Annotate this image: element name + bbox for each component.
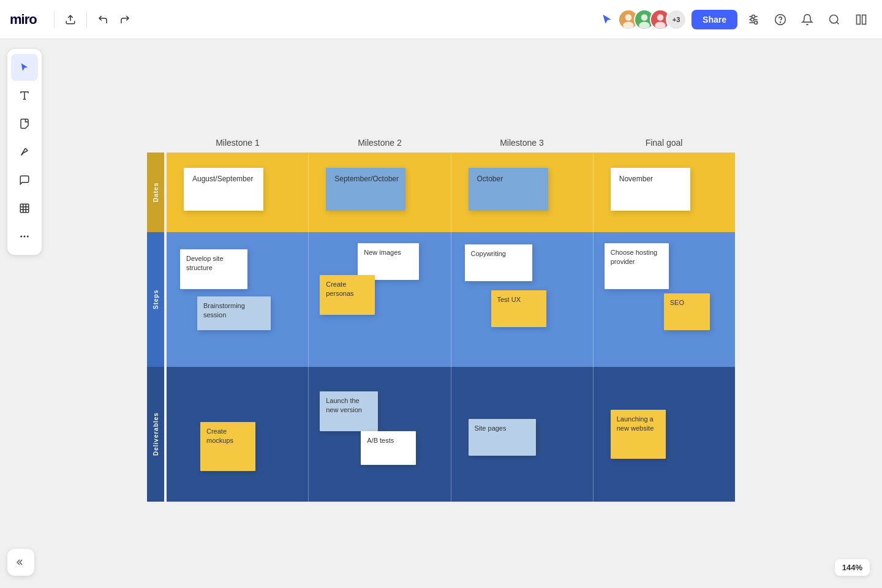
step-card-images[interactable]: New images — [358, 243, 419, 280]
deliverables-section: Deliverables Create mockups Launch the n… — [147, 367, 735, 502]
deliverables-row-label: Deliverables — [147, 367, 164, 502]
step-card-develop[interactable]: Develop site structure — [180, 249, 247, 289]
text-tool[interactable] — [11, 82, 38, 109]
svg-point-9 — [655, 21, 666, 29]
dates-cell-0: August/September — [167, 153, 308, 232]
svg-line-22 — [837, 21, 839, 24]
steps-cell-2: Copywriting Test UX — [451, 232, 593, 367]
svg-point-2 — [625, 14, 632, 21]
more-tools[interactable] — [11, 223, 38, 250]
search-icon[interactable] — [823, 9, 845, 31]
svg-rect-23 — [857, 15, 861, 24]
svg-point-3 — [623, 21, 634, 29]
svg-rect-24 — [862, 15, 866, 24]
svg-point-36 — [27, 236, 29, 238]
deliverables-cell-2: Site pages — [451, 367, 593, 502]
board: Milestone 1 Milestone 2 Milestone 3 Fina… — [147, 138, 735, 502]
step-card-copywriting[interactable]: Copywriting — [465, 244, 532, 281]
svg-point-35 — [24, 236, 26, 238]
svg-point-5 — [641, 14, 648, 21]
settings-icon[interactable] — [742, 9, 764, 31]
steps-row-label: Steps — [147, 232, 164, 367]
dates-row: August/September September/October Octob… — [167, 153, 735, 232]
cursor-icon — [601, 13, 613, 26]
left-toolbar — [7, 49, 42, 255]
steps-cell-0: Develop site structure Brainstorming ses… — [167, 232, 308, 367]
deliverables-cell-0: Create mockups — [167, 367, 308, 502]
steps-row: Develop site structure Brainstorming ses… — [167, 232, 735, 367]
upload-button[interactable] — [59, 9, 81, 31]
toolbar-separator-1 — [54, 11, 55, 28]
pen-tool[interactable] — [11, 138, 38, 165]
deliverable-card-launch[interactable]: Launch the new version — [320, 391, 378, 431]
sticky-tool[interactable] — [11, 110, 38, 137]
avatar-count[interactable]: +3 — [666, 9, 687, 30]
deliverable-card-mockups[interactable]: Create mockups — [200, 422, 255, 471]
dates-row-label: Dates — [147, 153, 164, 232]
steps-cell-1: New images Create personas — [308, 232, 450, 367]
step-card-hosting[interactable]: Choose hosting provider — [605, 243, 669, 289]
redo-button[interactable] — [114, 9, 136, 31]
deliverable-card-sitepages[interactable]: Site pages — [469, 419, 536, 456]
deliverable-card-newwebsite[interactable]: Launching a new website — [611, 410, 666, 459]
frame-tool[interactable] — [11, 195, 38, 222]
step-card-brainstorm[interactable]: Brainstorming session — [197, 296, 271, 330]
dates-cell-3: November — [593, 153, 735, 232]
svg-line-26 — [26, 148, 28, 151]
svg-point-21 — [830, 15, 838, 23]
col-header-final: Final goal — [593, 138, 735, 153]
top-toolbar: miro +3 Share — [0, 0, 882, 39]
toolbar-separator-2 — [86, 11, 87, 28]
canvas[interactable]: Milestone 1 Milestone 2 Milestone 3 Fina… — [0, 39, 882, 588]
miro-logo: miro — [10, 12, 37, 28]
column-headers: Milestone 1 Milestone 2 Milestone 3 Fina… — [167, 138, 735, 153]
share-button[interactable]: Share — [692, 10, 737, 29]
toolbar-right-section: +3 Share — [601, 9, 872, 31]
steps-section: Steps Develop site structure Brainstormi… — [147, 232, 735, 367]
help-icon[interactable] — [769, 9, 791, 31]
svg-point-18 — [755, 21, 758, 24]
date-card-0[interactable]: August/September — [184, 168, 263, 211]
deliverables-cell-1: Launch the new version A/B tests — [308, 367, 450, 502]
svg-point-34 — [20, 236, 22, 238]
svg-rect-29 — [20, 204, 29, 213]
date-card-2[interactable]: October — [469, 168, 548, 211]
panels-icon[interactable] — [850, 9, 872, 31]
dates-cell-2: October — [451, 153, 593, 232]
deliverable-card-abtests[interactable]: A/B tests — [361, 431, 416, 465]
step-card-seo[interactable]: SEO — [664, 293, 710, 330]
deliverables-cell-3: Launching a new website — [593, 367, 735, 502]
zoom-indicator: 144% — [835, 559, 870, 576]
deliverables-row: Create mockups Launch the new version A/… — [167, 367, 735, 502]
col-header-milestone2: Milestone 2 — [309, 138, 451, 153]
svg-point-6 — [639, 21, 650, 29]
comment-tool[interactable] — [11, 167, 38, 194]
step-card-testux[interactable]: Test UX — [491, 290, 546, 327]
steps-cell-3: Choose hosting provider SEO — [593, 232, 735, 367]
date-card-3[interactable]: November — [611, 168, 690, 211]
dates-cell-1: September/October — [308, 153, 450, 232]
dates-section: Dates August/September September/October… — [147, 153, 735, 232]
col-header-milestone1: Milestone 1 — [167, 138, 309, 153]
undo-button[interactable] — [92, 9, 114, 31]
step-card-personas[interactable]: Create personas — [320, 275, 375, 315]
svg-point-15 — [751, 18, 754, 21]
cursor-tool[interactable] — [11, 54, 38, 81]
col-header-milestone3: Milestone 3 — [451, 138, 593, 153]
date-card-1[interactable]: September/October — [326, 168, 405, 211]
svg-point-8 — [657, 14, 664, 21]
collapse-panel-button[interactable] — [7, 549, 34, 576]
notifications-icon[interactable] — [796, 9, 818, 31]
avatars-group: +3 — [618, 9, 687, 30]
